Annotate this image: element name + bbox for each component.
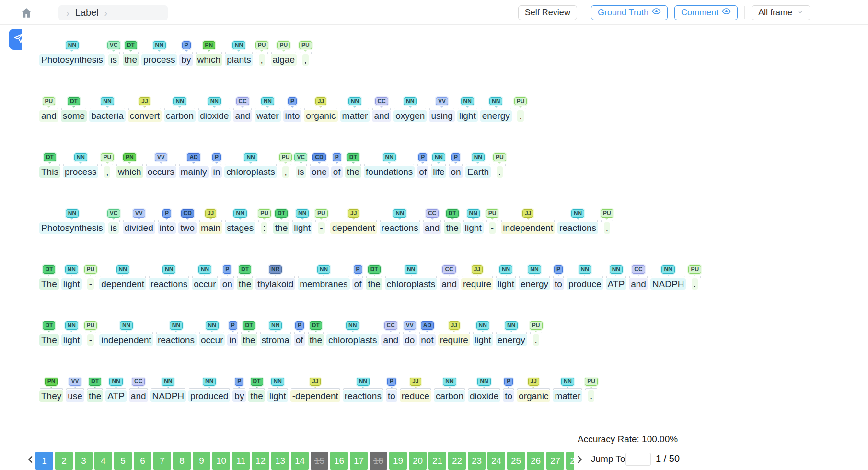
token-word[interactable]: light [457,110,478,122]
token-word[interactable]: oxygen [393,110,427,122]
token-word[interactable]: the [308,334,324,346]
token[interactable]: PU, [101,153,114,178]
pos-tag-chip[interactable]: NN [571,209,584,218]
token[interactable]: Pof [352,265,364,290]
token[interactable]: PU. [601,209,613,234]
token-word[interactable]: stroma [260,334,291,346]
page-button[interactable]: 16 [330,452,348,470]
token-word[interactable]: independent [99,334,153,346]
token[interactable]: CDtwo [178,209,197,234]
token[interactable]: JJrequire [461,265,493,290]
pos-tag-chip[interactable]: CC [375,97,388,105]
token[interactable]: NNlight [61,265,82,290]
token[interactable]: PU- [486,209,499,234]
pos-tag-chip[interactable]: NN [203,378,216,386]
pos-tag-chip[interactable]: PU [688,265,701,274]
page-button[interactable]: 1 [35,452,53,470]
pos-tag-chip[interactable]: NN [443,378,456,386]
token-word[interactable]: matter [340,110,370,122]
token[interactable]: PU. [688,265,701,290]
pos-tag-chip[interactable]: NN [317,265,330,274]
token-word[interactable]: light [463,222,484,234]
page-button[interactable]: 14 [291,452,309,470]
token[interactable]: JJrequire [438,321,470,346]
token-word[interactable]: the [273,222,289,234]
pos-tag-chip[interactable]: JJ [310,378,321,386]
pos-tag-chip[interactable]: VV [155,153,167,161]
page-button[interactable]: 7 [153,452,171,470]
token[interactable]: Pof [331,153,343,178]
token-word[interactable]: to [386,390,397,402]
pos-tag-chip[interactable]: CC [632,265,645,274]
token[interactable]: NNwater [255,97,280,122]
token[interactable]: Pinto [283,97,302,122]
token[interactable]: DTthe [345,153,361,178]
pos-tag-chip[interactable]: DT [446,209,459,218]
pos-tag-chip[interactable]: P [504,378,513,386]
token[interactable]: NNfoundations [364,153,415,178]
pos-tag-chip[interactable]: PU [486,209,499,218]
token-word[interactable]: dioxide [198,110,231,122]
pos-tag-chip[interactable]: DT [44,153,56,161]
pos-tag-chip[interactable]: NN [74,153,87,161]
page-button[interactable]: 25 [507,452,525,470]
token-word[interactable]: mainly [179,166,209,178]
token[interactable]: NNproduced [188,378,230,402]
token-word[interactable]: is [296,166,306,178]
page-button[interactable]: 12 [252,452,269,470]
token[interactable]: NNlight [463,209,484,234]
pos-tag-chip[interactable]: JJ [449,321,460,330]
token[interactable]: DTThe [39,265,59,290]
breadcrumb[interactable]: › Label › [58,5,168,20]
token[interactable]: NNNADPH [650,265,686,290]
token-word[interactable]: and [381,334,400,346]
token[interactable]: DTthe [241,321,257,346]
token[interactable]: DTsome [61,97,87,122]
pos-tag-chip[interactable]: NN [271,378,284,386]
token[interactable]: NNmatter [340,97,370,122]
pos-tag-chip[interactable]: CD [181,209,194,218]
token-word[interactable]: - [87,278,94,290]
token-word[interactable]: chloroplasts [326,334,379,346]
pos-tag-chip[interactable]: PU [585,378,598,386]
token-word[interactable]: reactions [149,278,189,290]
token[interactable]: NNindependent [99,321,153,346]
token-word[interactable]: , [282,166,289,178]
token-word[interactable]: NADPH [150,390,186,402]
token[interactable]: NNPhotosynthesis [39,41,105,66]
token[interactable]: PU- [315,209,328,234]
pos-tag-chip[interactable]: CC [442,265,455,274]
token[interactable]: NNPhotosynthesis [39,209,105,234]
token[interactable]: DTthe [273,209,289,234]
pos-tag-chip[interactable]: NR [269,265,282,274]
pos-tag-chip[interactable]: PU [299,41,312,49]
page-button[interactable]: 4 [94,452,112,470]
token-word[interactable]: light [496,278,516,290]
token-word[interactable]: water [255,110,280,122]
pos-tag-chip[interactable]: NN [528,265,541,274]
token[interactable]: VCis [294,153,307,178]
pos-tag-chip[interactable]: AD [187,153,200,161]
pos-tag-chip[interactable]: VC [107,209,120,218]
comment-toggle-button[interactable]: Comment [674,5,738,20]
pos-tag-chip[interactable]: PU [101,153,114,161]
pos-tag-chip[interactable]: NN [499,265,512,274]
pos-tag-chip[interactable]: NN [357,378,370,386]
pos-tag-chip[interactable]: CC [426,209,439,218]
token[interactable]: Pinto [158,209,176,234]
page-button[interactable]: 22 [448,452,466,470]
pos-tag-chip[interactable]: CC [132,378,145,386]
page-button[interactable]: 9 [193,452,210,470]
token-word[interactable]: and [129,390,148,402]
token-word[interactable]: light [267,390,288,402]
token[interactable]: Pon [449,153,463,178]
pos-tag-chip[interactable]: NN [233,209,246,218]
token[interactable]: JJmain [199,209,222,234]
token-word[interactable]: occurs [146,166,176,178]
pos-tag-chip[interactable]: JJ [410,378,421,386]
token[interactable]: NNEarth [465,153,491,178]
pos-tag-chip[interactable]: NN [467,209,480,218]
token[interactable]: PNThey [39,378,63,402]
token-word[interactable]: membranes [298,278,349,290]
token[interactable]: JJ-dependent [290,378,340,402]
